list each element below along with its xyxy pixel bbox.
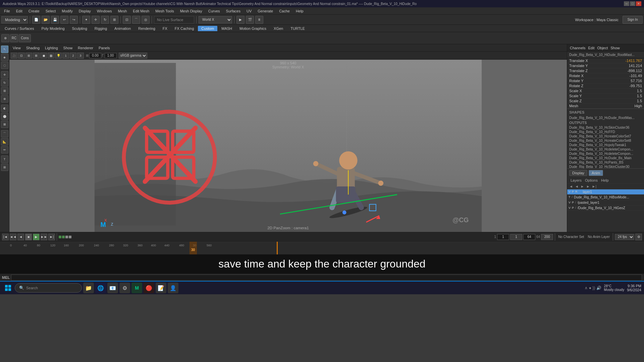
menu-edit-mesh[interactable]: Edit Mesh bbox=[130, 8, 152, 14]
menu-create[interactable]: Create bbox=[26, 8, 42, 14]
taskbar-settings-icon[interactable]: ⚙ bbox=[119, 283, 130, 293]
select-tool[interactable]: ↖ bbox=[1, 46, 8, 53]
scroll-right-btn[interactable]: ► bbox=[580, 184, 585, 188]
sculpt-tool[interactable]: ⬤ bbox=[1, 113, 8, 120]
shelf-tab-poly-modeling[interactable]: Poly Modeling bbox=[38, 26, 68, 31]
output-item-8[interactable]: Dude_Rig_Beta_V_10_HcPants_BS bbox=[567, 160, 644, 165]
output-item-2[interactable]: Dude_Rig_Beta_V_10_HcreateColorSet7 bbox=[567, 134, 644, 138]
color-space-dropdown[interactable]: sRGB gamma bbox=[119, 53, 147, 59]
vp-smooth2-btn[interactable]: 2 bbox=[70, 53, 76, 59]
vp-shading-menu[interactable]: Shading bbox=[24, 45, 42, 51]
output-item-3[interactable]: Dude_Rig_Beta_V_10_HcreateColorSet8 bbox=[567, 138, 644, 143]
shelf-tab-motion-graphics[interactable]: Motion Graphics bbox=[236, 26, 270, 31]
play-back-btn[interactable]: ◄ bbox=[17, 234, 24, 240]
curve-tool[interactable]: ⌒ bbox=[1, 130, 8, 137]
open-file-btn[interactable]: 📂 bbox=[42, 16, 50, 24]
output-item-6[interactable]: Dude_Rig_Beta_V_10_HcdeleteCompon... bbox=[567, 152, 644, 156]
cb-show-label[interactable]: Show bbox=[610, 46, 620, 50]
vp-frame-all-btn[interactable]: ⊞ bbox=[25, 53, 32, 59]
shelf-tab-curves-surfaces[interactable]: Curves / Surfaces bbox=[1, 26, 37, 31]
snap-curve-btn[interactable]: ⌒ bbox=[132, 16, 140, 24]
channel-rotate-z[interactable]: Rotate Z -99.751 bbox=[567, 83, 644, 88]
menu-curves[interactable]: Curves bbox=[206, 8, 223, 14]
vp-texture-btn[interactable]: ▦ bbox=[48, 53, 54, 59]
vp-light-btn[interactable]: 💡 bbox=[55, 53, 62, 59]
vp-smooth3-btn[interactable]: 3 bbox=[77, 53, 84, 59]
layer-row-pasted-layer1[interactable]: V P / /pasted_layer1 bbox=[567, 200, 644, 205]
minimize-button[interactable]: ─ bbox=[624, 1, 629, 6]
channels-label[interactable]: Channels bbox=[570, 46, 585, 50]
end-frame-input[interactable] bbox=[523, 234, 535, 240]
menu-generate[interactable]: Generate bbox=[255, 8, 276, 14]
prev-key-btn[interactable]: ◄◄ bbox=[10, 234, 16, 240]
save-file-btn[interactable]: 💾 bbox=[51, 16, 59, 24]
menu-mesh-display[interactable]: Mesh Display bbox=[177, 8, 205, 14]
stop-btn[interactable]: ■ bbox=[25, 234, 32, 240]
overlay-btn[interactable]: ⊕ bbox=[1, 34, 9, 42]
channel-scale-x[interactable]: Scale X 1.5 bbox=[567, 88, 644, 94]
shelf-tab-custom[interactable]: Custom bbox=[198, 26, 217, 31]
anim-tab[interactable]: Anim bbox=[589, 170, 603, 176]
redo-btn[interactable]: ↪ bbox=[70, 16, 78, 24]
measure-tool[interactable]: 📐 bbox=[1, 138, 8, 145]
channel-scale-z[interactable]: Scale Z 1.5 bbox=[567, 99, 644, 104]
menu-display[interactable]: Display bbox=[76, 8, 94, 14]
pasted-layer-name[interactable]: /pasted_layer1 bbox=[578, 201, 643, 204]
play-fwd-btn[interactable]: ▶ bbox=[33, 234, 40, 240]
select-tool-btn[interactable]: ✦ bbox=[82, 16, 90, 24]
menu-surfaces[interactable]: Surfaces bbox=[223, 8, 243, 14]
sign-in-btn[interactable]: Sign In bbox=[623, 16, 643, 24]
rc-btn[interactable]: RC bbox=[10, 34, 18, 42]
menu-uv[interactable]: UV bbox=[244, 8, 254, 14]
shelf-tab-fx[interactable]: FX bbox=[159, 26, 171, 31]
pause-render-btn[interactable]: ⏸ bbox=[255, 16, 263, 24]
output-item-5[interactable]: Dude_Rig_Beta_V_10_HcdeleteCompon... bbox=[567, 147, 644, 152]
shelf-tab-turtle[interactable]: TURTLE bbox=[287, 26, 308, 31]
layer-row-layer1[interactable]: V P R layer1 bbox=[567, 189, 644, 195]
output-item-9[interactable]: Dude_Rig_Beta_V_10_HcSkinCluster30 bbox=[567, 165, 644, 168]
cb-edit-label[interactable]: Edit bbox=[588, 46, 594, 50]
snap-point-btn[interactable]: ◎ bbox=[142, 16, 150, 24]
shelf-tab-rigging[interactable]: Rigging bbox=[91, 26, 110, 31]
channel-translate-x[interactable]: Translate X -1411.767 bbox=[567, 58, 644, 63]
lasso-tool[interactable]: ◌ bbox=[1, 62, 8, 69]
shelf-tab-sculpting[interactable]: Sculpting bbox=[69, 26, 91, 31]
show-manip-tool[interactable]: ⊠ bbox=[1, 121, 8, 128]
taskbar-explorer-icon[interactable]: 📁 bbox=[83, 283, 94, 293]
timeline-scrubber[interactable]: 0 40 80 120 160 200 240 280 320 360 400 … bbox=[0, 242, 644, 254]
cons-btn[interactable]: Cons bbox=[19, 34, 31, 42]
shelf-tab-xgen[interactable]: XGen bbox=[270, 26, 286, 31]
channel-scale-y[interactable]: Scale Y 1.5 bbox=[567, 94, 644, 99]
channel-translate-z[interactable]: Translate Z -898.112 bbox=[567, 68, 644, 73]
universal-tool[interactable]: ⊕ bbox=[1, 95, 8, 103]
vp-wireframe-btn[interactable]: ⊠ bbox=[33, 53, 40, 59]
geoz-layer-name[interactable]: /Dude_Rig_Beta_V_10_HiGeoZ bbox=[578, 206, 643, 210]
taskbar-chrome-icon[interactable]: 🔴 bbox=[144, 283, 154, 293]
scale-tool[interactable]: ⊞ bbox=[1, 87, 8, 95]
rotate-tool-btn[interactable]: ↻ bbox=[101, 16, 109, 24]
vp-panels-menu[interactable]: Panels bbox=[97, 45, 112, 51]
shelf-tab-mash[interactable]: MASH bbox=[218, 26, 235, 31]
snap-grid-btn[interactable]: ⊡ bbox=[123, 16, 131, 24]
menu-help[interactable]: Help bbox=[293, 8, 306, 14]
ipr-render-btn[interactable]: 🎬 bbox=[246, 16, 254, 24]
vp-view-menu[interactable]: View bbox=[11, 45, 23, 51]
scroll-right2-btn[interactable]: ► bbox=[586, 184, 591, 188]
channel-rotate-x[interactable]: Rotate X -101.49 bbox=[567, 73, 644, 78]
options-menu[interactable]: Options bbox=[584, 178, 599, 183]
current-frame-input[interactable] bbox=[510, 234, 522, 240]
3d-viewport[interactable]: 960 x 540 Symmetry: World X bbox=[9, 60, 567, 232]
new-file-btn[interactable]: 📄 bbox=[32, 16, 40, 24]
maximize-button[interactable]: □ bbox=[630, 1, 635, 6]
move-tool-btn[interactable]: ✛ bbox=[92, 16, 100, 24]
taskbar-notepad-icon[interactable]: 📝 bbox=[156, 283, 166, 293]
menu-mesh[interactable]: Mesh bbox=[115, 8, 129, 14]
fps-dropdown[interactable]: 24 fps bbox=[615, 234, 634, 240]
taskbar-search[interactable]: 🔍 Search bbox=[15, 283, 82, 293]
go-start-btn[interactable]: |◄ bbox=[2, 234, 9, 240]
menu-file[interactable]: File bbox=[1, 8, 13, 14]
exposure-input[interactable] bbox=[89, 53, 101, 58]
anim-end-input[interactable] bbox=[541, 234, 553, 240]
undo-btn[interactable]: ↩ bbox=[60, 16, 68, 24]
vp-show-menu[interactable]: Show bbox=[61, 45, 75, 51]
